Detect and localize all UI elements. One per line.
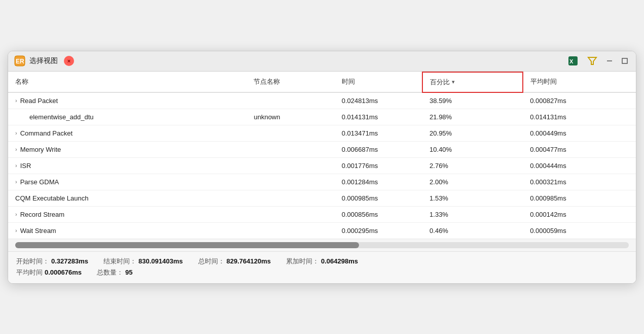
cell-time: 0.006687ms [335, 141, 422, 157]
end-value: 830.091403ms [138, 257, 183, 265]
table-row: ›Record Stream0.000856ms1.33%0.000142ms [8, 206, 636, 222]
cell-time: 0.001284ms [335, 174, 422, 190]
titlebar: ER 选择视图 × X [8, 51, 636, 72]
table-row: ›Memory Write0.006687ms10.40%0.000477ms [8, 141, 636, 157]
cell-name: ›ISR [8, 157, 246, 174]
cell-name: ›Parse GDMA [8, 174, 246, 190]
expand-chevron-icon[interactable]: › [15, 227, 17, 233]
expand-chevron-icon[interactable]: › [15, 211, 17, 217]
cell-percent: 2.00% [422, 174, 523, 190]
avg-label: 平均时间 [16, 268, 43, 277]
cell-name: CQM Executable Launch [8, 190, 246, 206]
filter-button[interactable] [585, 55, 599, 67]
col-header-avg: 平均时间 [523, 72, 636, 92]
start-value: 0.327283ms [51, 257, 88, 265]
cell-time: 0.014131ms [335, 109, 422, 125]
start-label: 开始时间： [16, 257, 49, 266]
table-row: ›Parse GDMA0.001284ms2.00%0.000321ms [8, 174, 636, 190]
cell-percent: 20.95% [422, 125, 523, 141]
cell-name: ›Command Packet [8, 125, 246, 141]
table-row: ›Command Packet0.013471ms20.95%0.000449m… [8, 125, 636, 141]
cell-name: ›Wait Stream [8, 222, 246, 239]
cell-avg: 0.000477ms [523, 141, 636, 157]
excel-button[interactable]: X [566, 55, 580, 67]
cell-avg: 0.014131ms [523, 109, 636, 125]
footer-end: 结束时间： 830.091403ms [103, 257, 183, 266]
app-icon: ER [14, 55, 25, 66]
cell-time: 0.001776ms [335, 157, 422, 174]
expand-chevron-icon[interactable]: › [15, 179, 17, 185]
cell-node [246, 141, 334, 157]
expand-chevron-icon[interactable]: › [15, 146, 17, 152]
cell-node [246, 125, 334, 141]
table-row: CQM Executable Launch0.000985ms1.53%0.00… [8, 190, 636, 206]
cum-label: 累加时间： [286, 257, 319, 266]
footer-row-1: 开始时间： 0.327283ms 结束时间： 830.091403ms 总时间：… [16, 257, 628, 266]
row-name: Memory Write [20, 146, 61, 153]
col-header-percent[interactable]: 百分比 ▾ [422, 72, 523, 92]
expand-chevron-icon[interactable]: › [15, 97, 17, 104]
cell-time: 0.000856ms [335, 206, 422, 222]
cell-percent: 21.98% [422, 109, 523, 125]
scrollbar-container [8, 239, 636, 251]
maximize-button[interactable] [620, 56, 630, 65]
total-label: 总时间： [198, 257, 225, 266]
cell-avg: 0.000449ms [523, 125, 636, 141]
svg-rect-6 [622, 58, 627, 63]
expand-chevron-icon[interactable]: › [15, 162, 17, 169]
footer-cum: 累加时间： 0.064298ms [286, 257, 358, 266]
table-content: 名称 节点名称 时间 百分比 ▾ [8, 72, 636, 251]
cell-avg: 0.000059ms [523, 222, 636, 239]
cell-time: 0.024813ms [335, 92, 422, 109]
expand-chevron-icon[interactable]: › [15, 130, 17, 136]
minimize-button[interactable] [604, 56, 615, 65]
window-title: 选择视图 [29, 56, 58, 65]
footer-start: 开始时间： 0.327283ms [16, 257, 88, 266]
avg-value: 0.000676ms [45, 269, 82, 276]
table-container: 名称 节点名称 时间 百分比 ▾ [8, 72, 636, 251]
cell-node: unknown [246, 109, 334, 125]
end-label: 结束时间： [103, 257, 136, 266]
row-name: Wait Stream [20, 227, 56, 235]
table-header-row: 名称 节点名称 时间 百分比 ▾ [8, 72, 636, 92]
col-header-name: 名称 [8, 72, 246, 92]
footer-count: 总数量： 95 [97, 268, 132, 277]
horizontal-scrollbar[interactable] [15, 242, 629, 248]
footer-row-2: 平均时间 0.000676ms 总数量： 95 [16, 268, 628, 277]
row-name: CQM Executable Launch [15, 194, 89, 202]
cum-value: 0.064298ms [321, 257, 358, 265]
cell-node [246, 174, 334, 190]
total-value: 829.764120ms [227, 257, 271, 265]
cell-node [246, 157, 334, 174]
cell-time: 0.000295ms [335, 222, 422, 239]
table-row: elementwise_add_dtuunknown0.014131ms21.9… [8, 109, 636, 125]
cell-name: elementwise_add_dtu [8, 109, 246, 125]
col-header-node: 节点名称 [246, 72, 334, 92]
svg-text:X: X [569, 58, 574, 64]
cell-percent: 1.33% [422, 206, 523, 222]
footer: 开始时间： 0.327283ms 结束时间： 830.091403ms 总时间：… [8, 251, 636, 283]
cell-percent: 10.40% [422, 141, 523, 157]
count-value: 95 [125, 269, 132, 276]
dropdown-chevron-icon: ▾ [452, 79, 455, 85]
row-name: Read Packet [20, 97, 58, 105]
table-row: ›ISR0.001776ms2.76%0.000444ms [8, 157, 636, 174]
cell-node [246, 92, 334, 109]
cell-node [246, 190, 334, 206]
cell-percent: 2.76% [422, 157, 523, 174]
cell-avg: 0.000444ms [523, 157, 636, 174]
table-row: ›Read Packet0.024813ms38.59%0.000827ms [8, 92, 636, 109]
main-window: ER 选择视图 × X [8, 51, 636, 284]
cell-percent: 38.59% [422, 92, 523, 109]
scrollbar-thumb[interactable] [15, 242, 359, 248]
cell-percent: 0.46% [422, 222, 523, 239]
row-name: Record Stream [20, 211, 64, 218]
row-name: Parse GDMA [20, 178, 59, 186]
col-header-time: 时间 [335, 72, 422, 92]
cell-avg: 0.000985ms [523, 190, 636, 206]
cell-name: ›Memory Write [8, 141, 246, 157]
cell-time: 0.013471ms [335, 125, 422, 141]
svg-text:ER: ER [16, 58, 24, 65]
close-button[interactable]: × [64, 56, 74, 66]
cell-time: 0.000985ms [335, 190, 422, 206]
